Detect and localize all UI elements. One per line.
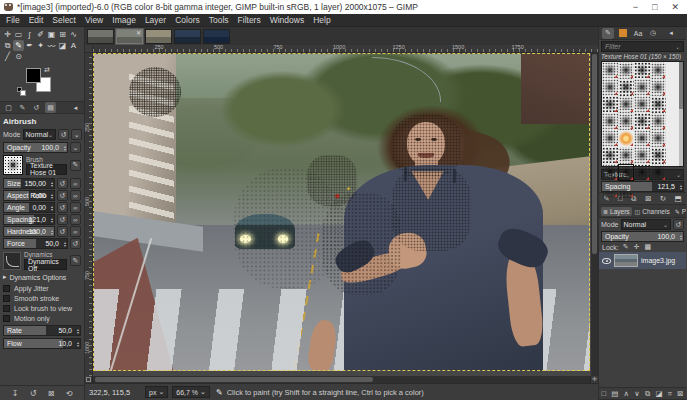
brush-cell[interactable] bbox=[618, 113, 634, 130]
tool-zoom[interactable]: ⊙ bbox=[13, 51, 24, 62]
brush-cell[interactable] bbox=[634, 113, 650, 130]
reset-icon[interactable]: ↺ bbox=[57, 190, 68, 201]
tool-text[interactable]: A bbox=[68, 40, 79, 51]
slider-force[interactable]: Force50,0▴▾ bbox=[3, 238, 68, 249]
titlebar[interactable]: *[image3] (imported)-6.0 (RGB color 8-bi… bbox=[0, 0, 687, 14]
menu-layer[interactable]: Layer bbox=[145, 15, 166, 25]
brush-cell[interactable] bbox=[602, 164, 618, 181]
reset-icon[interactable]: ↺ bbox=[57, 202, 68, 213]
link-to-brush-icon[interactable]: ∞ bbox=[70, 190, 81, 201]
maximize-button[interactable]: □ bbox=[652, 2, 657, 12]
add-mask-button[interactable]: ◪ bbox=[655, 389, 662, 398]
slider-angle[interactable]: Angle0,00▴▾ bbox=[3, 202, 55, 213]
menu-file[interactable]: File bbox=[6, 15, 20, 25]
lock-position-icon[interactable]: ✛ bbox=[634, 243, 640, 251]
delete-brush-button[interactable]: ⊠ bbox=[645, 194, 651, 203]
brush-filter-input[interactable]: Filter⌄ bbox=[601, 41, 684, 52]
brush-cell[interactable] bbox=[618, 62, 634, 79]
brush-cell[interactable] bbox=[602, 62, 618, 79]
brush-cell[interactable] bbox=[634, 164, 650, 181]
mode-menu-button[interactable]: ⌄ bbox=[71, 129, 82, 140]
edit-dynamics-button[interactable]: ✎ bbox=[70, 255, 81, 266]
link-to-brush-icon[interactable]: ∞ bbox=[70, 226, 81, 237]
brush-cell[interactable] bbox=[650, 79, 666, 96]
image-tab-2[interactable]: ✕ bbox=[116, 29, 143, 44]
images-tab[interactable]: ▢ bbox=[3, 102, 14, 113]
brush-cell[interactable] bbox=[618, 79, 634, 96]
spinner-icon[interactable]: ▴▾ bbox=[680, 182, 682, 191]
document-history-tab[interactable]: ◷ bbox=[647, 28, 659, 39]
tool-eraser[interactable]: ◪ bbox=[57, 40, 68, 51]
patterns-tab[interactable] bbox=[617, 28, 629, 39]
menu-edit[interactable]: Edit bbox=[29, 15, 44, 25]
dynamics-thumbnail[interactable] bbox=[3, 252, 21, 270]
raise-layer-button[interactable]: ∧ bbox=[624, 389, 630, 398]
tool-airbrush[interactable]: ✎ bbox=[13, 40, 24, 51]
spinner-icon[interactable]: ▴▾ bbox=[51, 179, 53, 188]
menu-filters[interactable]: Filters bbox=[238, 15, 261, 25]
tab-layers[interactable]: ≣Layers bbox=[601, 207, 632, 216]
checkbox-motion-only[interactable]: Motion only bbox=[3, 313, 81, 323]
tool-move[interactable]: ✛ bbox=[2, 29, 13, 40]
swap-colors-icon[interactable]: ⇄ bbox=[44, 66, 50, 74]
tool-ink[interactable]: ✒ bbox=[24, 40, 35, 51]
checkbox-box[interactable] bbox=[3, 305, 10, 312]
menu-view[interactable]: View bbox=[85, 15, 103, 25]
navigation-icon[interactable]: ✛ bbox=[590, 376, 598, 383]
save-tool-preset-button[interactable]: ↧ bbox=[12, 389, 19, 398]
spinner-icon[interactable]: ▴▾ bbox=[680, 232, 682, 241]
menu-select[interactable]: Select bbox=[52, 15, 76, 25]
checkbox-smooth-stroke[interactable]: Smooth stroke bbox=[3, 293, 81, 303]
reset-icon[interactable]: ↺ bbox=[70, 238, 81, 249]
dynamics-entry[interactable]: Dynamics Off bbox=[24, 259, 67, 270]
spinner-icon[interactable]: ▴▾ bbox=[77, 326, 79, 335]
brush-thumbnail[interactable] bbox=[3, 155, 23, 175]
layer-mode-select[interactable]: Normal⌄ bbox=[621, 219, 671, 230]
edit-brush-button[interactable]: ✎ bbox=[70, 160, 81, 171]
spinner-icon[interactable]: ▴▾ bbox=[51, 215, 53, 224]
checkbox-apply-jitter[interactable]: Apply Jitter bbox=[3, 283, 81, 293]
dock-menu-arrow-icon[interactable]: ◂ bbox=[665, 28, 677, 39]
brush-cell[interactable] bbox=[634, 62, 650, 79]
close-tab-icon[interactable]: ✕ bbox=[136, 31, 141, 36]
visibility-eye-icon[interactable] bbox=[602, 258, 611, 264]
unit-select[interactable]: px⌄ bbox=[145, 386, 168, 398]
tool-clone[interactable]: ⧉ bbox=[2, 40, 13, 51]
slider-hardness[interactable]: Hardness100,0▴▾ bbox=[3, 226, 55, 237]
spinner-icon[interactable]: ▴▾ bbox=[64, 239, 66, 248]
opacity-menu-button[interactable]: ⌄ bbox=[70, 142, 81, 153]
brush-cell[interactable] bbox=[602, 113, 618, 130]
fonts-tab[interactable]: Aa bbox=[632, 28, 644, 39]
slider-size[interactable]: Size150,00▴▾ bbox=[3, 178, 55, 189]
close-button[interactable]: ✕ bbox=[671, 2, 679, 12]
default-colors-icon[interactable] bbox=[17, 87, 22, 92]
slider-aspect-ratio[interactable]: Aspect Ratio0,00▴▾ bbox=[3, 190, 55, 201]
tool-rectangle-select[interactable]: ▭ bbox=[13, 29, 24, 40]
open-brush-as-image-button[interactable]: ⬒ bbox=[675, 194, 682, 203]
brush-cell[interactable] bbox=[602, 147, 618, 164]
brush-cell[interactable] bbox=[634, 147, 650, 164]
checkbox-box[interactable] bbox=[3, 285, 10, 292]
tab-paths[interactable]: ✎Paths bbox=[673, 207, 686, 216]
checkbox-lock-brush-to-view[interactable]: Lock brush to view bbox=[3, 303, 81, 313]
menu-windows[interactable]: Windows bbox=[270, 15, 304, 25]
history-tab[interactable]: ↺ bbox=[31, 102, 42, 113]
delete-layer-button[interactable]: ⊠ bbox=[677, 389, 683, 398]
brush-cell[interactable] bbox=[650, 130, 666, 147]
new-layer-button[interactable]: □ bbox=[602, 389, 607, 398]
spinner-icon[interactable]: ▴▾ bbox=[51, 203, 53, 212]
checkbox-box[interactable] bbox=[3, 295, 10, 302]
brush-cell[interactable] bbox=[602, 79, 618, 96]
link-to-brush-icon[interactable]: ∞ bbox=[70, 214, 81, 225]
dynamics-options-expander[interactable]: ▸ Dynamics Options bbox=[3, 273, 81, 281]
tool-smudge[interactable]: 〰 bbox=[46, 40, 57, 51]
menu-help[interactable]: Help bbox=[313, 15, 330, 25]
spinner-icon[interactable]: ▴▾ bbox=[51, 227, 53, 236]
brush-cell[interactable] bbox=[618, 147, 634, 164]
brushes-tab[interactable]: ✎ bbox=[17, 102, 28, 113]
reset-icon[interactable]: ↺ bbox=[57, 214, 68, 225]
ruler-corner-menu-button[interactable] bbox=[85, 45, 93, 53]
brush-cell-selected[interactable] bbox=[618, 164, 634, 181]
slider-spacing[interactable]: Spacing121,0▴▾ bbox=[3, 214, 55, 225]
brush-cell[interactable] bbox=[618, 130, 634, 147]
